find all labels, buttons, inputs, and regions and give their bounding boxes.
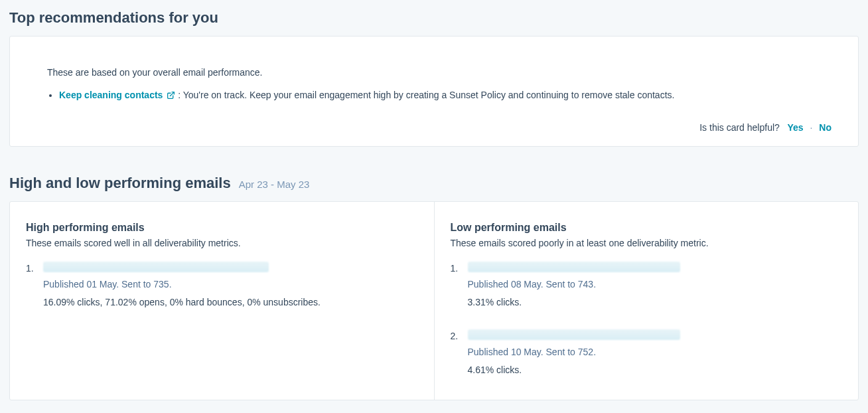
recommendation-link-label: Keep cleaning contacts [59, 90, 163, 100]
recommendation-text: You're on track. Keep your email engagem… [181, 90, 674, 100]
performance-card: High performing emails These emails scor… [9, 201, 859, 400]
svg-line-0 [171, 92, 175, 96]
list-number: 1. [451, 262, 459, 309]
high-email-item: 1. Published 01 May. Sent to 735. 16.09%… [26, 262, 418, 309]
recommendations-card: These are based on your overall email pe… [9, 36, 859, 147]
email-meta: Published 08 May. Sent to 743. [468, 278, 843, 291]
list-number: 2. [451, 329, 459, 377]
email-stats: 3.31% clicks. [468, 295, 843, 309]
high-performing-column: High performing emails These emails scor… [10, 202, 435, 400]
low-email-item: 2. Published 10 May. Sent to 752. 4.61% … [451, 329, 843, 377]
high-subtext: These emails scored well in all delivera… [26, 238, 418, 248]
recommendations-title: Top recommendations for you [9, 9, 859, 27]
high-heading: High performing emails [26, 222, 418, 234]
low-subtext: These emails scored poorly in at least o… [451, 238, 843, 248]
external-link-icon [167, 90, 175, 104]
performance-date-range: Apr 23 - May 23 [239, 179, 310, 190]
recommendations-intro: These are based on your overall email pe… [47, 67, 832, 78]
feedback-row: Is this card helpful? Yes · No [36, 122, 832, 133]
recommendation-link[interactable]: Keep cleaning contacts [59, 90, 178, 100]
list-number: 1. [26, 262, 34, 309]
email-stats: 16.09% clicks, 71.02% opens, 0% hard bou… [43, 295, 418, 309]
feedback-yes-button[interactable]: Yes [788, 122, 804, 133]
feedback-prompt: Is this card helpful? [699, 122, 780, 133]
performance-title: High and low performing emails [9, 175, 231, 192]
email-stats: 4.61% clicks. [468, 363, 843, 377]
recommendations-list: Keep cleaning contacts : You're on track… [47, 88, 832, 104]
email-name-redacted[interactable] [468, 329, 680, 340]
feedback-separator: · [810, 122, 813, 133]
email-name-redacted[interactable] [468, 262, 680, 272]
recommendation-item: Keep cleaning contacts : You're on track… [59, 88, 832, 104]
email-name-redacted[interactable] [43, 262, 269, 272]
email-meta: Published 01 May. Sent to 735. [43, 278, 418, 291]
low-heading: Low performing emails [451, 222, 843, 234]
feedback-no-button[interactable]: No [819, 122, 832, 133]
low-performing-column: Low performing emails These emails score… [435, 202, 859, 400]
low-email-item: 1. Published 08 May. Sent to 743. 3.31% … [451, 262, 843, 309]
email-meta: Published 10 May. Sent to 752. [468, 345, 843, 359]
